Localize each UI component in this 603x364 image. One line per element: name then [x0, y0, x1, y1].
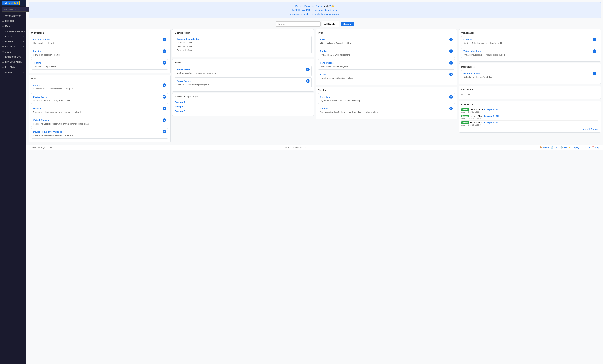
panel-item-device-redundancy-groups[interactable]: Device Redundancy Groups20Represents a s…	[31, 128, 168, 139]
custom-link-example-1[interactable]: Example 1	[174, 101, 185, 103]
panel-item-virtual-machines[interactable]: Virtual Machines0Virtual compute instanc…	[461, 48, 598, 58]
link-virtual-chassis[interactable]: Virtual Chassis	[33, 119, 49, 121]
link-ip-addresses[interactable]: IP Addresses	[320, 62, 334, 64]
nav-dot-icon: >>	[2, 56, 4, 58]
link-power-feeds[interactable]: Power Feeds	[177, 68, 190, 71]
footer-datetime: 2023-12-12 12:01:44 UTC	[285, 146, 307, 148]
link-locations[interactable]: Locations	[33, 50, 43, 52]
sidebar-item-power[interactable]: >>POWER▾	[0, 39, 26, 44]
footer-help-link[interactable]: Help	[595, 146, 599, 148]
link-racks[interactable]: Racks	[33, 84, 40, 86]
sidebar-item-plugins[interactable]: >>PLUGINS▾	[0, 65, 26, 70]
panel-item-circuits[interactable]: Circuits40Communication links for Intern…	[318, 105, 455, 115]
custom-item-example-3[interactable]: Example 3	[174, 109, 312, 113]
panel-item-providers[interactable]: Providers40Organizations which provide c…	[318, 93, 455, 104]
organization-panel: Organization Example Models3List example…	[29, 29, 171, 73]
panel-item-ip-addresses[interactable]: IP Addresses92IPv4 and IPv6 network assi…	[318, 59, 455, 70]
banner-line3: lowercase_example is example_lowercase_v…	[32, 12, 597, 16]
link-vrfs[interactable]: VRFs	[320, 38, 326, 41]
link-vlan[interactable]: VLAN	[320, 73, 326, 76]
sidebar-item-label: JOBS	[5, 51, 11, 53]
link-clusters[interactable]: Clusters	[463, 38, 472, 41]
created-badge: Created	[461, 108, 469, 111]
nav-dot-icon: >>	[2, 36, 4, 37]
link-example-models[interactable]: Example Models	[33, 38, 50, 41]
footer-graphql-link[interactable]: GraphQL	[572, 146, 580, 148]
changelog-model: Example Model	[470, 108, 484, 111]
nav-dot-icon: >>	[2, 31, 4, 32]
sidebar-item-secrets[interactable]: >>SECRETS▾	[0, 44, 26, 49]
badge-racks: 0	[162, 83, 166, 87]
footer-docs-link[interactable]: Docs	[554, 146, 558, 148]
link-git-repositories[interactable]: Git Repositories	[463, 72, 480, 75]
circuits-items: Providers40Organizations which provide c…	[318, 93, 455, 115]
sidebar-item-example-menu[interactable]: >>EXAMPLE MENU▾	[0, 59, 26, 65]
sidebar-logo: >>>nautobot	[0, 0, 26, 6]
panel-item-vlan[interactable]: VLAN104Layer two domains, identified by …	[318, 71, 455, 81]
custom-item-example-1[interactable]: Example 1	[174, 100, 312, 104]
sidebar-item-extensibility[interactable]: >>EXTENSIBILITY▾	[0, 54, 26, 59]
link-devices[interactable]: Devices	[33, 107, 41, 110]
desc-clusters: Clusters of physical hosts in which VMs …	[463, 42, 596, 45]
changelog-link[interactable]: Example 3 - 300	[484, 108, 499, 111]
panel-item-virtual-chassis[interactable]: Virtual Chassis0Represents a set of devi…	[31, 117, 168, 127]
sidebar: >>>nautobot 🔍 >>ORGANIZATION▾>>DEVICES▾>…	[0, 0, 26, 364]
custom-link-example-2[interactable]: Example 2	[174, 105, 185, 108]
sidebar-item-devices[interactable]: >>DEVICES▾	[0, 19, 26, 24]
panel-item-racks[interactable]: Racks0Equipment racks, optionally organi…	[31, 82, 168, 92]
custom-link-example-3[interactable]: Example 3	[174, 110, 185, 112]
sidebar-item-virtualization[interactable]: >>VIRTUALIZATION▾	[0, 29, 26, 34]
banner-suffix: " 👋	[330, 5, 334, 7]
panel-item-example-models[interactable]: Example Models3List example plugin model…	[31, 36, 168, 46]
sidebar-item-ipam[interactable]: >>IPAM▾	[0, 24, 26, 29]
badge-locations: 57	[162, 49, 166, 53]
sidebar-item-label: CIRCUITS	[5, 35, 15, 38]
organization-panel-title: Organization	[31, 32, 168, 34]
panel-item-clusters[interactable]: Clusters0Clusters of physical hosts in w…	[461, 36, 598, 46]
chevron-down-icon: ▾	[23, 36, 24, 37]
panel-item-locations[interactable]: Locations57Hierarchical geographic locat…	[31, 48, 168, 58]
main-search-button[interactable]: Search	[341, 22, 354, 26]
link-providers[interactable]: Providers	[320, 96, 330, 98]
footer-api-link[interactable]: API	[564, 146, 567, 148]
example-example-item[interactable]: Example Example Item Example 1 - 100 Exa…	[174, 36, 312, 54]
link-device-types[interactable]: Device Types	[33, 96, 47, 98]
panel-item-git-repositories[interactable]: Git Repositories0Collections of data and…	[461, 70, 598, 80]
example-example-item-link[interactable]: Example Example Item	[177, 38, 200, 40]
footer-code-link[interactable]: Code	[585, 146, 590, 148]
panel-item-tenants[interactable]: Tenants30Customers or departments	[31, 59, 168, 70]
changelog-link[interactable]: Example 2 - 200	[484, 115, 499, 117]
panels-grid: Organization Example Models3List example…	[26, 29, 603, 145]
desc-vrfs: Virtual routing and forwarding tables	[320, 42, 453, 45]
column-3: IPAM VRFs20Virtual routing and forwardin…	[316, 29, 457, 142]
custom-item-example-2[interactable]: Example 2	[174, 104, 312, 109]
panel-item-devices[interactable]: Devices0Rack-mounted network equipment, …	[31, 105, 168, 115]
desc-device-types: Physical hardware models by manufacturer	[33, 99, 166, 102]
panel-item-power-panels[interactable]: Power Panels0Electrical panels receiving…	[174, 78, 312, 88]
panel-item-device-types[interactable]: Device Types30Physical hardware models b…	[31, 93, 168, 104]
changelog-item: CreatedExample Model Example 1 - 100admi…	[461, 121, 598, 127]
main-search-input[interactable]	[276, 22, 321, 27]
logo-text: >>>nautobot	[2, 1, 20, 5]
link-circuits[interactable]: Circuits	[320, 107, 328, 110]
banner-line1: Example Plugin says "Hello, admin!" 👋	[32, 4, 597, 8]
link-power-panels[interactable]: Power Panels	[177, 80, 191, 82]
link-virtual-machines[interactable]: Virtual Machines	[463, 50, 480, 52]
view-all-changes-link[interactable]: View All Changes	[461, 128, 598, 130]
sidebar-item-label: POWER	[5, 41, 13, 43]
link-device-redundancy-groups[interactable]: Device Redundancy Groups	[33, 131, 62, 133]
main-search-select[interactable]: All Objects	[322, 21, 339, 27]
panel-item-vrfs[interactable]: VRFs20Virtual routing and forwarding tab…	[318, 36, 455, 46]
footer-theme-link[interactable]: Theme	[543, 146, 549, 148]
nav-dot-icon: >>	[2, 71, 4, 73]
sidebar-item-admin[interactable]: >>ADMIN▾	[0, 70, 26, 75]
link-tenants[interactable]: Tenants	[33, 62, 41, 64]
changelog-meta: admin · 2023-12-12 11:59	[461, 117, 598, 119]
panel-item-power-feeds[interactable]: Power Feeds0Electrical circuits deliveri…	[174, 66, 312, 76]
sidebar-item-circuits[interactable]: >>CIRCUITS▾	[0, 34, 26, 39]
link-prefixes[interactable]: Prefixes	[320, 50, 329, 52]
changelog-link[interactable]: Example 1 - 100	[484, 122, 499, 124]
sidebar-item-organization[interactable]: >>ORGANIZATION▾	[0, 13, 26, 19]
sidebar-item-jobs[interactable]: >>JOBS▾	[0, 49, 26, 54]
panel-item-prefixes[interactable]: Prefixes170IPv4 and IPv6 network assignm…	[318, 48, 455, 58]
